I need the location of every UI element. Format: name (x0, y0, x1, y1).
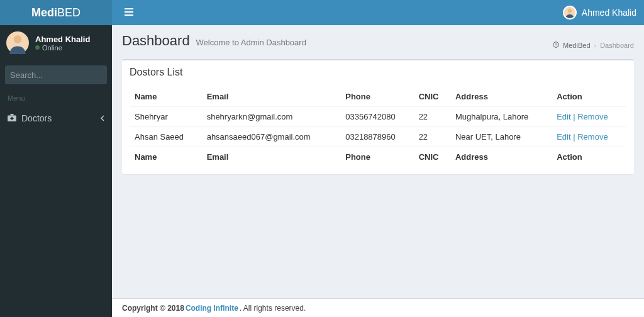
svg-line-10 (556, 45, 557, 45)
avatar (6, 31, 29, 54)
col-address: Address (450, 87, 552, 107)
svg-rect-7 (10, 118, 13, 119)
cell-cnic: 22 (414, 107, 450, 127)
cell-action: Edit | Remove (552, 127, 626, 147)
cell-cnic: 22 (414, 127, 450, 147)
brand-logo[interactable]: MediBED (0, 0, 112, 25)
cell-action: Edit | Remove (552, 107, 626, 127)
topbar-user-name: Ahmed Khalid (582, 8, 636, 18)
footer-suffix: . All rights reserved. (240, 304, 306, 313)
cell-phone: 03218878960 (340, 127, 413, 147)
sidebar-menu-header: Menu (0, 89, 112, 107)
edit-link[interactable]: Edit (557, 132, 570, 142)
briefcase-medical-icon (8, 113, 16, 123)
col-email: Email (202, 87, 341, 107)
avatar (563, 6, 577, 19)
sidebar: Ahmed Khalid Online Menu Doctors (0, 25, 112, 317)
sidebar-search (0, 60, 112, 89)
col-email: Email (202, 147, 341, 167)
top-nav: Ahmed Khalid (112, 0, 644, 25)
sidebar-user-name: Ahmed Khalid (35, 35, 90, 44)
col-address: Address (450, 147, 552, 167)
svg-point-1 (14, 35, 22, 43)
col-name: Name (130, 147, 202, 167)
col-action: Action (552, 147, 626, 167)
page-title: Dashboard (122, 33, 190, 49)
content-wrapper: Dashboard Welcome to Admin Dashboard Med… (112, 25, 644, 298)
col-name: Name (130, 87, 202, 107)
cell-email: shehryarkn@gmail.com (202, 107, 341, 127)
sidebar-item-doctors[interactable]: Doctors (0, 107, 112, 130)
remove-link[interactable]: Remove (577, 112, 608, 121)
cell-email: ahsansaeed067@gmail.com (202, 127, 341, 147)
topbar-user-menu[interactable]: Ahmed Khalid (563, 6, 636, 19)
svg-point-0 (568, 9, 572, 13)
table-row: Shehryarshehryarkn@gmail.com033567420802… (130, 107, 626, 127)
cell-name: Shehryar (130, 107, 202, 127)
edit-link[interactable]: Edit (557, 112, 570, 121)
page-subtitle: Welcome to Admin Dashboard (196, 38, 306, 47)
brand-light: BED (57, 6, 80, 19)
doctors-table: Name Email Phone CNIC Address Action She… (130, 87, 626, 167)
content-header: Dashboard Welcome to Admin Dashboard Med… (112, 25, 644, 54)
col-cnic: CNIC (414, 87, 450, 107)
footer-link[interactable]: Coding Infinite (186, 304, 238, 313)
status-label: Online (42, 44, 62, 52)
footer: Copyright © 2018 Coding Infinite . All r… (112, 298, 644, 317)
action-separator: | (571, 132, 578, 142)
box-title: Dostors List (122, 60, 634, 84)
svg-rect-5 (10, 114, 13, 116)
sidebar-user-panel: Ahmed Khalid Online (0, 25, 112, 60)
search-input[interactable] (10, 70, 116, 80)
sidebar-item-label: Doctors (21, 113, 52, 123)
breadcrumb-current: Dashboard (600, 42, 634, 49)
cell-name: Ahsan Saeed (130, 127, 202, 147)
doctors-list-box: Dostors List Name Email Phone CNIC Addre… (122, 59, 634, 174)
footer-copyright: Copyright © 2018 (122, 304, 184, 313)
dashboard-icon (553, 42, 559, 49)
cell-address: Near UET, Lahore (450, 127, 552, 147)
cell-address: Mughalpura, Lahore (450, 107, 552, 127)
sidebar-toggle[interactable] (119, 4, 138, 21)
breadcrumb: MediBed › Dashboard (553, 42, 634, 49)
action-separator: | (571, 112, 578, 121)
chevron-right-icon: › (594, 42, 597, 49)
sidebar-user-status: Online (35, 44, 90, 52)
col-phone: Phone (340, 147, 413, 167)
brand-bold: Medi (31, 6, 57, 19)
col-cnic: CNIC (414, 147, 450, 167)
col-phone: Phone (340, 87, 413, 107)
cell-phone: 03356742080 (340, 107, 413, 127)
menu-icon (125, 8, 133, 16)
online-dot-icon (35, 45, 40, 50)
remove-link[interactable]: Remove (577, 132, 608, 142)
breadcrumb-root[interactable]: MediBed (563, 42, 590, 49)
table-row: Ahsan Saeedahsansaeed067@gmail.com032188… (130, 127, 626, 147)
col-action: Action (552, 87, 626, 107)
chevron-left-icon (100, 113, 104, 123)
